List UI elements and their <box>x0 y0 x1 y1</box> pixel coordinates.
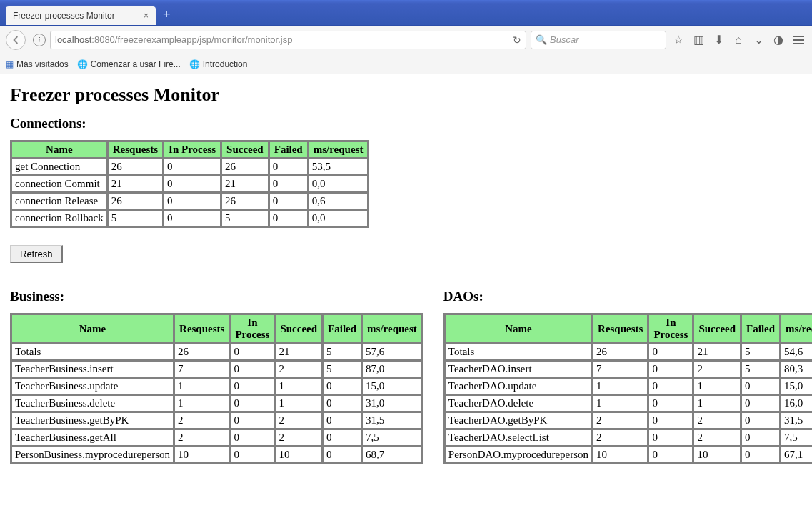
cell-req: 10 <box>593 447 648 463</box>
cell-succeed: 1 <box>275 378 322 394</box>
cell-succeed: 1 <box>275 395 322 412</box>
url-port: :8080 <box>91 34 115 45</box>
col-msreq: ms/request <box>309 141 369 158</box>
table-row: Totals26021557,6 <box>11 344 422 360</box>
site-info-icon[interactable]: i <box>33 34 46 46</box>
business-heading: Business: <box>10 289 423 304</box>
cell-inproc: 0 <box>230 344 274 360</box>
pocket-icon[interactable]: ⌄ <box>751 32 766 48</box>
library-icon[interactable]: ▥ <box>691 32 706 48</box>
cell-req: 2 <box>593 429 648 446</box>
daos-heading: DAOs: <box>443 289 812 304</box>
table-row: TeacherBusiness.insert702587,0 <box>11 361 422 377</box>
new-tab-button[interactable]: + <box>163 7 171 22</box>
table-row: connection Commit2102100,0 <box>11 176 368 192</box>
cell-succeed: 2 <box>693 429 741 446</box>
col-requests: Resquests <box>593 314 648 343</box>
col-failed: Failed <box>323 314 361 343</box>
cell-succeed: 2 <box>693 412 741 429</box>
cell-name: TeacherBusiness.insert <box>11 361 174 377</box>
cell-succeed: 26 <box>221 159 269 175</box>
cell-ms: 7,5 <box>781 429 812 446</box>
cell-ms: 87,0 <box>362 361 422 377</box>
cell-name: TeacherBusiness.getByPK <box>11 412 174 429</box>
cell-req: 2 <box>174 412 229 429</box>
hamburger-icon <box>793 36 804 44</box>
cell-ms: 7,5 <box>362 429 422 446</box>
cell-failed: 0 <box>323 429 361 446</box>
cell-failed: 0 <box>741 412 780 429</box>
cell-inproc: 0 <box>648 429 693 446</box>
connections-heading: Connections: <box>10 116 802 131</box>
cell-inproc: 0 <box>648 361 693 377</box>
cell-name: PersonBusiness.myprocedureperson <box>11 447 174 463</box>
reload-icon[interactable]: ↻ <box>513 34 521 46</box>
menu-button[interactable] <box>791 32 806 48</box>
cell-ms: 67,1 <box>781 447 812 463</box>
home-icon[interactable]: ⌂ <box>731 32 746 48</box>
cell-failed: 0 <box>741 429 780 446</box>
tab-strip: Freezer processes Monitor × + <box>0 4 812 26</box>
page-title: Freezer processes Monitor <box>10 84 802 106</box>
cell-inproc: 0 <box>230 447 274 463</box>
cell-failed: 0 <box>741 447 780 463</box>
cell-failed: 0 <box>323 378 361 394</box>
cell-succeed: 21 <box>275 344 322 360</box>
cell-succeed: 2 <box>693 361 741 377</box>
back-button[interactable] <box>6 30 26 50</box>
bookmark-most-visited[interactable]: ▦ Más visitados <box>6 59 69 69</box>
cell-ms: 0,0 <box>309 176 369 192</box>
col-succeed: Succeed <box>221 141 269 158</box>
col-failed: Failed <box>741 314 780 343</box>
cell-failed: 0 <box>741 395 780 412</box>
cell-succeed: 1 <box>693 378 741 394</box>
cell-ms: 31,5 <box>781 412 812 429</box>
cell-succeed: 21 <box>221 176 269 192</box>
table-row: get Connection26026053,5 <box>11 159 368 175</box>
cell-req: 7 <box>174 361 229 377</box>
col-name: Name <box>445 314 592 343</box>
cell-name: PersonDAO.myprocedureperson <box>445 447 592 463</box>
col-name: Name <box>11 314 174 343</box>
page-viewport[interactable]: Freezer processes Monitor Connections: N… <box>0 74 812 513</box>
close-icon[interactable]: × <box>144 11 149 21</box>
search-placeholder: Buscar <box>550 34 578 45</box>
business-table: Name Resquests InProcess Succeed Failed … <box>10 313 423 464</box>
cell-ms: 53,5 <box>309 159 369 175</box>
cell-name: connection Rollback <box>11 210 107 226</box>
cell-name: TeacherBusiness.getAll <box>11 429 174 446</box>
cell-req: 5 <box>108 210 163 226</box>
connections-tbody: get Connection26026053,5connection Commi… <box>11 159 368 226</box>
address-bar[interactable]: localhost:8080/freezerexampleapp/jsp/mon… <box>50 31 526 49</box>
cell-ms: 68,7 <box>362 447 422 463</box>
cell-req: 1 <box>593 395 648 412</box>
bookmark-star-icon[interactable]: ☆ <box>671 32 686 48</box>
bookmarks-toolbar: ▦ Más visitados 🌐 Comenzar a usar Fire..… <box>0 54 812 74</box>
cell-ms: 80,3 <box>781 361 812 377</box>
search-bar[interactable]: 🔍 Buscar <box>531 31 666 49</box>
refresh-button[interactable]: Refresh <box>10 245 63 263</box>
cell-failed: 5 <box>741 344 780 360</box>
bookmark-getting-started[interactable]: 🌐 Comenzar a usar Fire... <box>77 59 181 69</box>
col-inprocess: In Process <box>164 141 221 158</box>
col-msreq: ms/request <box>781 314 812 343</box>
sync-icon[interactable]: ◑ <box>771 32 786 48</box>
business-tbody: Totals26021557,6TeacherBusiness.insert70… <box>11 344 422 463</box>
cell-inproc: 0 <box>164 176 221 192</box>
bookmark-introduction[interactable]: 🌐 Introduction <box>189 59 248 69</box>
globe-icon: 🌐 <box>189 59 200 69</box>
cell-req: 26 <box>108 159 163 175</box>
table-header-row: Name Resquests InProcess Succeed Failed … <box>445 314 812 343</box>
cell-succeed: 1 <box>693 395 741 412</box>
bookmark-label: Introduction <box>203 59 248 69</box>
table-row: PersonDAO.myprocedureperson10010067,1 <box>445 447 812 463</box>
browser-tab[interactable]: Freezer processes Monitor × <box>6 6 156 25</box>
table-row: TeacherBusiness.getByPK202031,5 <box>11 412 422 429</box>
cell-inproc: 0 <box>648 378 693 394</box>
cell-failed: 5 <box>323 361 361 377</box>
downloads-icon[interactable]: ⬇ <box>711 32 726 48</box>
cell-ms: 31,0 <box>362 395 422 412</box>
arrow-left-icon <box>11 36 20 44</box>
cell-ms: 0,0 <box>309 210 369 226</box>
cell-failed: 0 <box>323 412 361 429</box>
